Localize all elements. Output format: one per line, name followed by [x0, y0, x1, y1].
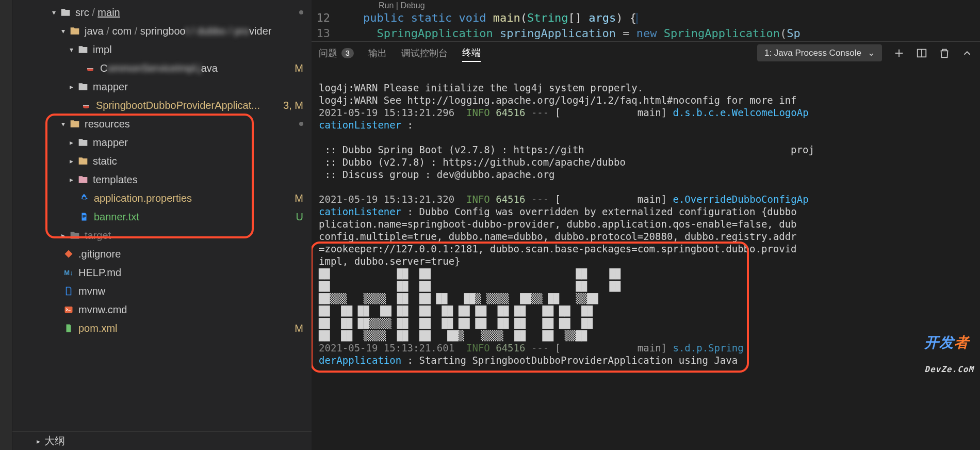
java-file-icon	[80, 100, 92, 111]
codelens-run-debug[interactable]: Run | Debug	[312, 1, 980, 10]
line-number: 13	[312, 26, 345, 41]
folder-icon	[69, 118, 80, 130]
status-m: M	[295, 192, 303, 204]
chevron-down-icon: ⌄	[868, 47, 875, 58]
chevron-down-icon: ▾	[58, 26, 68, 36]
file-label: HELP.md	[78, 267, 121, 279]
folder-target[interactable]: ▸ target	[12, 226, 312, 245]
tab-terminal[interactable]: 终端	[462, 46, 481, 62]
file-label: mvnw	[78, 285, 105, 297]
chevron-right-icon: ▸	[66, 156, 76, 166]
file-icon	[63, 285, 74, 297]
status-m: M	[295, 62, 303, 74]
status-u: U	[296, 211, 303, 223]
folder-icon	[77, 174, 89, 185]
chevron-right-icon: ▸	[66, 137, 76, 148]
folder-label: impl	[93, 44, 112, 56]
chevron-down-icon: ▾	[58, 119, 68, 129]
file-icon	[78, 211, 90, 222]
shell-icon	[63, 304, 74, 315]
editor-pane: Run | Debug 12 public static void main(S…	[312, 0, 980, 450]
watermark: 开发者 DevZe.CoM	[851, 324, 974, 388]
folder-label: static	[93, 155, 117, 167]
tab-debug-console[interactable]: 调试控制台	[401, 47, 448, 59]
svg-rect-0	[65, 307, 73, 313]
java-file-icon	[85, 62, 96, 74]
folder-icon	[69, 230, 80, 241]
outline-section[interactable]: ▸ 大纲	[12, 431, 312, 450]
file-label: .gitignore	[78, 248, 121, 260]
file-tree: ▾ src / main ▾ java / com / springboot /…	[12, 0, 312, 431]
chevron-down-icon: ▾	[48, 7, 59, 18]
chevron-right-icon: ▸	[66, 174, 76, 185]
xml-icon	[63, 323, 74, 334]
file-label: pom.xml	[78, 323, 118, 334]
file-mvnw[interactable]: mvnw	[12, 282, 312, 300]
outline-label: 大纲	[44, 434, 65, 448]
new-terminal-icon[interactable]	[893, 47, 905, 59]
folder-label: mapper	[93, 81, 128, 93]
folder-label: target	[85, 230, 111, 242]
line-number: 12	[312, 10, 345, 26]
file-application-properties[interactable]: application.properties M	[12, 189, 312, 207]
file-pom-xml[interactable]: pom.xml M	[12, 319, 312, 338]
chevron-right-icon: ▸	[58, 230, 68, 240]
chevron-right-icon: ▸	[33, 436, 43, 446]
folder-impl[interactable]: ▾ impl	[12, 40, 312, 59]
file-explorer-sidebar: ▾ src / main ▾ java / com / springboot /…	[12, 0, 312, 450]
file-help-md[interactable]: M↓ HELP.md	[12, 263, 312, 282]
folder-icon	[77, 155, 89, 167]
folder-static[interactable]: ▸ static	[12, 152, 312, 170]
folder-icon	[77, 44, 89, 55]
activity-bar[interactable]	[0, 0, 12, 450]
folder-mapper-2[interactable]: ▸ mapper	[12, 133, 312, 152]
file-c-java[interactable]: CommonServiceImpl.java M	[12, 59, 312, 77]
editor-area[interactable]: Run | Debug 12 public static void main(S…	[312, 0, 980, 41]
problems-badge: 3	[341, 48, 354, 58]
folder-label: mapper	[93, 137, 128, 149]
status-3m: 3, M	[283, 100, 303, 111]
file-banner-txt[interactable]: banner.txt U	[12, 207, 312, 226]
tab-output[interactable]: 输出	[368, 47, 387, 59]
terminal-output[interactable]: log4j:WARN Please initialize the log4j s…	[312, 64, 980, 450]
folder-icon	[60, 7, 71, 18]
status-m: M	[295, 323, 303, 334]
split-terminal-icon[interactable]	[916, 47, 927, 59]
file-gitignore[interactable]: .gitignore	[12, 245, 312, 263]
folder-icon	[69, 25, 80, 37]
file-label: mvnw.cmd	[78, 304, 127, 316]
terminal-selector-dropdown[interactable]: 1: Java Process Console ⌄	[757, 44, 882, 61]
panel-tabs: 问题 3 输出 调试控制台 终端 1: Java Process Console…	[312, 41, 980, 64]
modified-dot-icon	[299, 122, 303, 126]
chevron-right-icon: ▸	[66, 82, 76, 92]
breadcrumb-src: src	[75, 7, 89, 18]
git-icon	[63, 248, 74, 260]
folder-java-path[interactable]: ▾ java / com / springboot / dubbo / prov…	[12, 22, 312, 40]
trash-icon[interactable]	[939, 47, 950, 59]
tab-problems[interactable]: 问题 3	[319, 47, 354, 59]
markdown-icon: M↓	[63, 267, 74, 278]
folder-resources[interactable]: ▾ resources	[12, 115, 312, 133]
modified-dot-icon	[299, 10, 303, 14]
chevron-up-icon[interactable]	[961, 47, 973, 59]
breadcrumb-main: main	[97, 7, 120, 18]
folder-mapper-1[interactable]: ▸ mapper	[12, 77, 312, 96]
chevron-down-icon: ▾	[66, 44, 76, 55]
gear-icon	[78, 192, 90, 204]
file-label: SpringbootDubboProviderApplicat...	[96, 100, 260, 111]
file-label: application.properties	[94, 192, 192, 204]
folder-icon	[77, 81, 89, 92]
file-mvnw-cmd[interactable]: mvnw.cmd	[12, 300, 312, 319]
file-label: banner.txt	[94, 211, 139, 223]
file-springboot-app[interactable]: SpringbootDubboProviderApplicat... 3, M	[12, 96, 312, 115]
folder-icon	[77, 137, 89, 148]
folder-templates[interactable]: ▸ templates	[12, 170, 312, 189]
folder-src-main[interactable]: ▾ src / main	[12, 3, 312, 22]
folder-label: resources	[85, 118, 130, 130]
folder-label: templates	[93, 174, 138, 186]
